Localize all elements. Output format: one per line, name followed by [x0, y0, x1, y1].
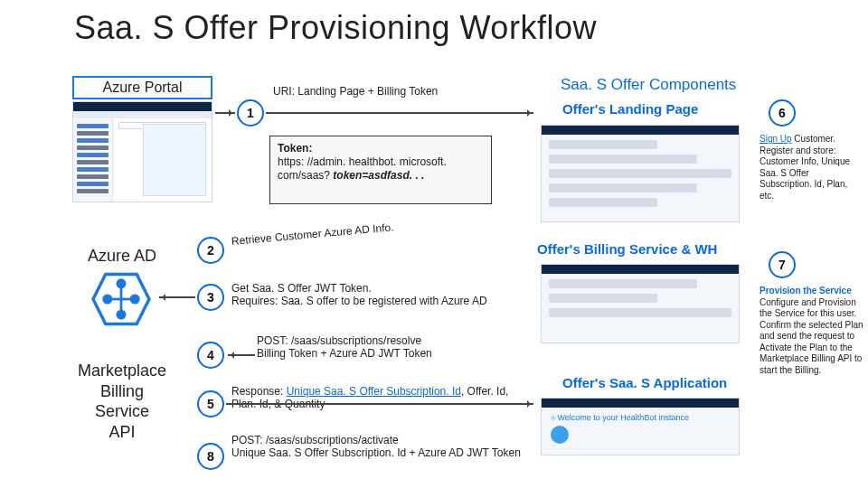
landing-page-mock — [541, 125, 740, 222]
saas-app-mock: ⟐ Welcome to your HealthBot instance — [541, 398, 740, 455]
step-7-bubble: 7 — [769, 251, 796, 278]
step-3-bubble: 3 — [197, 284, 224, 311]
azure-portal-mock — [72, 101, 212, 202]
azure-ad-icon — [89, 271, 154, 327]
retrieve-label: Retrieve Customer Azure AD Info. — [231, 221, 394, 248]
azure-ad-label: Azure AD — [63, 243, 181, 268]
step-6-bubble: 6 — [769, 99, 796, 127]
response-label: Response: Unique Saa. S Offer Subscripti… — [231, 385, 521, 410]
post-resolve-label: POST: /saas/subscriptions/resolveBilling… — [257, 334, 510, 360]
arrow-1-to-landing — [266, 112, 533, 114]
saas-app-title: Offer's Saa. S Application — [562, 375, 727, 390]
arrow-4-left — [228, 354, 255, 356]
arrow-3-to-aad — [159, 296, 195, 298]
post-activate-label: POST: /saas/subscriptions/activateUnique… — [231, 434, 521, 459]
arrow-5-right — [226, 403, 533, 405]
arrow-portal-to-1 — [215, 112, 235, 114]
azure-portal-box: Azure Portal — [72, 76, 212, 99]
marketplace-api-label: Marketplace Billing Service API — [54, 351, 190, 452]
note-6: Sign Up Customer. Register and store: Cu… — [760, 134, 863, 202]
landing-page-title: Offer's Landing Page — [562, 101, 698, 117]
billing-service-mock — [541, 264, 740, 343]
step-2-bubble: 2 — [197, 237, 224, 264]
step-4-bubble: 4 — [197, 342, 224, 369]
uri-label: URI: Landing Page + Billing Token — [273, 85, 438, 98]
note-7: Provision the ServiceConfigure and Provi… — [760, 286, 863, 376]
slide-title: Saa. S Offer Provisioning Workflow — [74, 9, 597, 47]
token-callout: Token: https: //admin. healthbot. micros… — [269, 136, 492, 204]
step-8-bubble: 8 — [197, 443, 224, 470]
jwt-label: Get Saa. S Offer JWT Token.Requires: Saa… — [231, 282, 503, 307]
components-title: Saa. S Offer Components — [561, 76, 736, 94]
step-5-bubble: 5 — [197, 390, 224, 418]
step-1-bubble: 1 — [237, 99, 264, 127]
billing-service-title: Offer's Billing Service & WH — [537, 241, 717, 257]
